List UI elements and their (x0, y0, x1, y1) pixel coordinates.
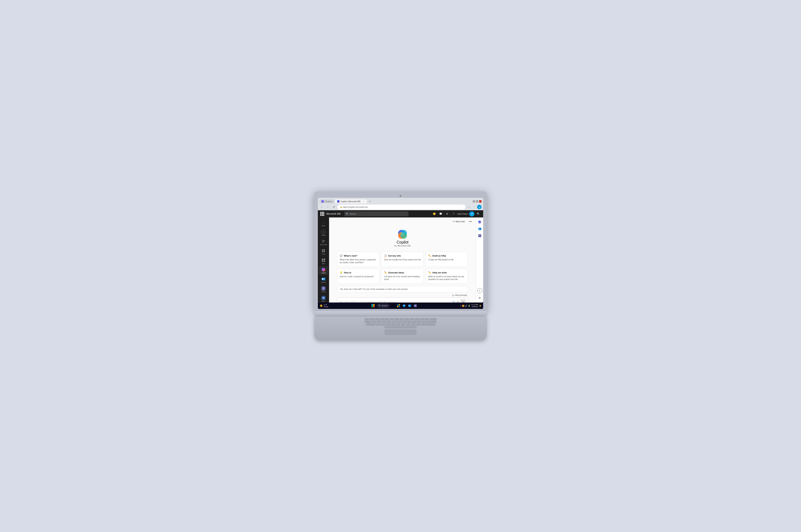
right-panel-add-button[interactable]: + (477, 288, 482, 293)
favorites-icon[interactable]: ☆ (467, 205, 471, 209)
volume-icon[interactable]: 🔊 (465, 305, 467, 307)
key[interactable] (392, 321, 397, 323)
sidebar-item-mycontent[interactable]: My Content (319, 238, 328, 247)
key[interactable] (396, 323, 400, 325)
emoji-icon[interactable]: 🙂 (432, 211, 437, 216)
key[interactable] (375, 318, 379, 320)
prompt-card-help-me-write[interactable]: ✏️ Help me write Write an email to my te… (425, 269, 468, 283)
sidebar-item-word[interactable]: W Word (319, 294, 328, 303)
help-icon[interactable]: ? (451, 211, 456, 216)
new-chat-button[interactable]: ✏ New chat (451, 220, 466, 224)
settings-icon[interactable]: ⚙ (444, 211, 450, 216)
maximize-button[interactable]: □ (476, 200, 478, 203)
browser-tab-contoso[interactable]: Contoso (320, 200, 334, 204)
key[interactable] (387, 321, 392, 323)
right-panel-settings-icon[interactable]: ⚙ (477, 295, 483, 301)
key[interactable] (427, 321, 436, 323)
key[interactable] (401, 323, 405, 325)
key[interactable] (380, 318, 384, 320)
edge-icon[interactable]: e (477, 205, 481, 209)
key[interactable] (416, 323, 420, 325)
sidebar-item-create[interactable]: + Create (319, 228, 328, 237)
key[interactable] (426, 323, 435, 325)
user-avatar[interactable]: JP (469, 211, 474, 216)
key[interactable] (397, 321, 401, 323)
key[interactable] (376, 323, 380, 325)
key[interactable] (420, 318, 424, 320)
key[interactable] (402, 321, 406, 323)
right-panel-teams-icon[interactable]: T (477, 233, 483, 239)
key[interactable] (365, 321, 371, 323)
forward-button[interactable]: › (325, 205, 330, 209)
chevron-up-icon[interactable]: ∧ (460, 305, 461, 307)
right-panel-outlook-icon[interactable] (477, 226, 483, 232)
notification-center[interactable]: 🔔 (479, 304, 481, 307)
key[interactable] (369, 318, 374, 320)
key[interactable] (381, 323, 385, 325)
touchpad[interactable] (384, 329, 417, 335)
attach-icon[interactable]: 📎 (452, 301, 455, 303)
key[interactable] (366, 323, 375, 325)
key[interactable] (425, 318, 429, 320)
chat-input[interactable] (339, 301, 451, 303)
waffle-menu[interactable] (320, 212, 324, 216)
browser-menu-icon[interactable]: ⋯ (472, 205, 476, 209)
key[interactable] (430, 318, 437, 320)
key[interactable] (391, 323, 395, 325)
taskbar-search[interactable]: 🔍 Search (377, 304, 389, 308)
view-prompts-button[interactable]: 📖 View prompts (451, 294, 468, 297)
sidebar-item-home[interactable]: ⌂ Home (319, 219, 328, 228)
chat-icon[interactable]: 💬 (438, 211, 443, 216)
key[interactable] (386, 323, 390, 325)
prompt-card-draft-faq[interactable]: ✏️ Draft an FAQ Create an FAQ based on f… (425, 252, 468, 267)
send-button[interactable]: ➤ (460, 299, 466, 303)
key[interactable] (421, 323, 425, 325)
key[interactable] (406, 323, 410, 325)
key[interactable] (382, 321, 386, 323)
battery-icon[interactable]: 🔋 (468, 305, 470, 307)
key[interactable] (417, 321, 422, 323)
key[interactable] (410, 318, 414, 320)
key[interactable] (422, 321, 426, 323)
key[interactable] (400, 318, 404, 320)
outlook-taskbar-icon[interactable] (407, 304, 412, 308)
widgets-icon[interactable] (396, 304, 401, 308)
prompt-card-generate-ideas[interactable]: ✏️ Generate ideas List ideas for a fun r… (381, 269, 424, 283)
copilot-search-icon[interactable]: 🔍 (476, 211, 481, 216)
back-button[interactable]: ‹ (320, 205, 324, 209)
key[interactable] (365, 318, 369, 320)
prompt-card-get-key-info[interactable]: 📋 Get key info Give me a bullet list of … (381, 252, 424, 267)
sidebar-item-teams[interactable]: T Teams (319, 285, 328, 294)
browser-tab-copilot[interactable]: Copilot | Microsoft 365 × (335, 200, 367, 204)
key[interactable] (405, 318, 409, 320)
right-panel-copilot-icon[interactable] (477, 219, 483, 225)
address-bar[interactable]: 🔒 https://copilot.microsoft.com (338, 205, 465, 209)
prompt-card-how-to[interactable]: 💡 How to How do I write a request for pr… (337, 269, 379, 283)
windows-start-button[interactable] (370, 303, 376, 308)
tab-close-button[interactable]: × (362, 200, 365, 203)
key[interactable] (390, 318, 394, 320)
key[interactable] (412, 321, 417, 323)
m365-search-bar[interactable]: 🔍 Search (344, 211, 408, 216)
new-tab-button[interactable]: + (368, 199, 373, 204)
content-more-button[interactable]: ••• (468, 219, 473, 224)
key[interactable] (407, 321, 412, 323)
key[interactable] (377, 321, 381, 323)
taskbar-weather[interactable]: ☀️ 71°F Sunny (320, 304, 328, 307)
space-key[interactable] (384, 326, 417, 328)
edge-taskbar-icon[interactable] (402, 304, 406, 308)
key[interactable] (415, 318, 419, 320)
key[interactable] (385, 318, 389, 320)
key[interactable] (411, 323, 415, 325)
taskview-icon[interactable]: ⊞ (391, 304, 395, 308)
sidebar-item-outlook[interactable]: Outlook (319, 276, 328, 284)
prompt-card-whats-new[interactable]: 💬 What's new? What's the latest from per… (337, 252, 379, 267)
close-button[interactable]: × (479, 200, 481, 203)
taskbar-clock[interactable]: 11:11 AM 4/9/2024 (471, 304, 478, 308)
key[interactable] (372, 321, 377, 323)
teams-taskbar-icon[interactable]: T (413, 304, 418, 308)
minimize-button[interactable]: ─ (473, 200, 475, 203)
key[interactable] (395, 318, 399, 320)
sidebar-item-apps[interactable]: Apps (319, 257, 328, 265)
sidebar-item-copilot[interactable]: Copilot (319, 266, 328, 275)
